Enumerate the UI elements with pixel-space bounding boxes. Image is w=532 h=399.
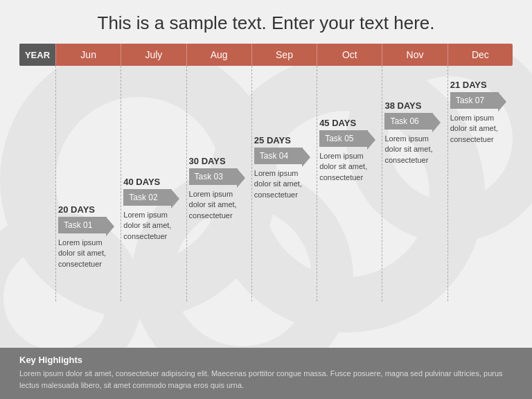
footer: Key Highlights Lorem ipsum dolor sit ame… — [0, 348, 532, 399]
task-label-task06: Task 06 — [384, 113, 433, 130]
main-content: This is a sample text. Enter your text h… — [0, 0, 532, 301]
page-title: This is a sample text. Enter your text h… — [19, 12, 513, 34]
month-dec: Dec — [447, 44, 513, 66]
task-desc-task06: Lorem ipsum dolor sit amet, consectetuer — [384, 134, 444, 166]
task-desc-task01: Lorem ipsum dolor sit amet, consectetuer — [58, 238, 118, 269]
month-aug: Aug — [186, 44, 251, 66]
task-label-task01: Task 01 — [58, 217, 107, 233]
days-label-task03: 30 DAYS — [189, 156, 249, 166]
days-label-task02: 40 DAYS — [123, 177, 183, 187]
days-label-task01: 20 DAYS — [58, 204, 118, 215]
month-jun: Jun — [55, 44, 121, 66]
task-label-task07: Task 07 — [450, 92, 499, 109]
month-oct: Oct — [317, 44, 382, 66]
task-desc-task02: Lorem ipsum dolor sit amet, consectetuer — [123, 210, 183, 242]
task-label-task04: Task 04 — [254, 148, 303, 164]
task-arrow-task06: Task 06 — [384, 113, 444, 130]
task-item-task05: 45 DAYS Task 05 Lorem ipsum dolor sit am… — [319, 118, 379, 183]
task-arrow-task07: Task 07 — [450, 92, 510, 109]
task-item-task03: 30 DAYS Task 03 Lorem ipsum dolor sit am… — [189, 156, 249, 221]
task-arrow-task03: Task 03 — [189, 168, 249, 185]
timeline-header: YEAR Jun July Aug Sep Oct Nov Dec — [19, 44, 513, 66]
task-item-task01: 20 DAYS Task 01 Lorem ipsum dolor sit am… — [58, 204, 118, 269]
month-nov: Nov — [382, 44, 447, 66]
timeline-body: 20 DAYS Task 01 Lorem ipsum dolor sit am… — [19, 66, 513, 301]
month-july: July — [121, 44, 186, 66]
task-item-task06: 38 DAYS Task 06 Lorem ipsum dolor sit am… — [384, 100, 444, 166]
days-label-task06: 38 DAYS — [384, 100, 444, 111]
footer-text: Lorem ipsum dolor sit amet, consectetuer… — [19, 368, 513, 391]
task-arrow-task01: Task 01 — [58, 217, 118, 233]
footer-title: Key Highlights — [19, 355, 513, 365]
task-item-task02: 40 DAYS Task 02 Lorem ipsum dolor sit am… — [123, 177, 183, 242]
task-item-task07: 21 DAYS Task 07 Lorem ipsum dolor sit am… — [450, 80, 510, 145]
days-label-task05: 45 DAYS — [319, 118, 379, 128]
year-label: YEAR — [19, 44, 55, 66]
days-label-task07: 21 DAYS — [450, 80, 510, 90]
task-desc-task03: Lorem ipsum dolor sit amet, consectetuer — [189, 189, 249, 221]
task-desc-task04: Lorem ipsum dolor sit amet, consectetuer — [254, 168, 314, 200]
task-desc-task05: Lorem ipsum dolor sit amet, consectetuer — [319, 151, 379, 183]
task-item-task04: 25 DAYS Task 04 Lorem ipsum dolor sit am… — [254, 135, 314, 200]
task-label-task03: Task 03 — [189, 168, 238, 185]
task-desc-task07: Lorem ipsum dolor sit amet, consectetuer — [450, 113, 510, 145]
month-sep: Sep — [251, 44, 317, 66]
days-label-task04: 25 DAYS — [254, 135, 314, 145]
task-label-task05: Task 05 — [319, 130, 368, 147]
task-arrow-task05: Task 05 — [319, 130, 379, 147]
tasks-layer: 20 DAYS Task 01 Lorem ipsum dolor sit am… — [55, 66, 513, 301]
task-arrow-task04: Task 04 — [254, 148, 314, 164]
task-label-task02: Task 02 — [123, 189, 172, 206]
task-arrow-task02: Task 02 — [123, 189, 183, 206]
